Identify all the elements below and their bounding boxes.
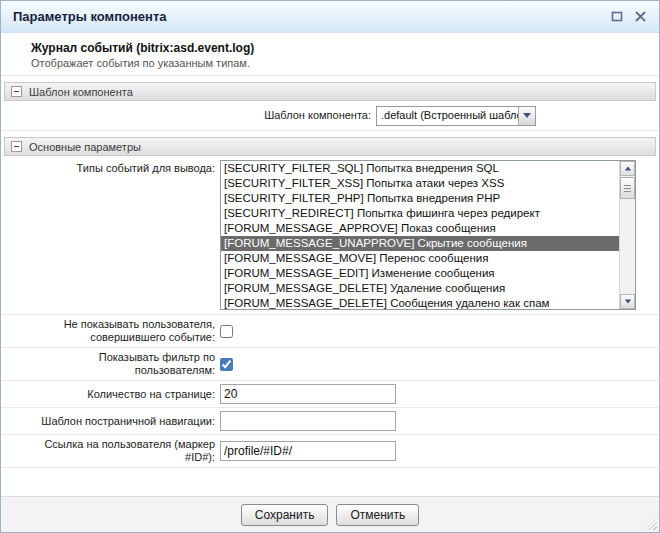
- listbox-option[interactable]: [SECURITY_REDIRECT] Попытка фишинга чере…: [221, 206, 619, 221]
- collapse-icon[interactable]: [11, 141, 22, 152]
- hide-user-label: Не показывать пользователя, совершившего…: [1, 318, 220, 344]
- template-select-row: Шаблон компонента: .default (Встроенный …: [1, 101, 659, 131]
- titlebar: Параметры компонента: [1, 1, 659, 33]
- listbox-scrollbar[interactable]: [619, 161, 635, 309]
- component-parameters-dialog: Параметры компонента Журнал событий (bit…: [0, 0, 660, 533]
- profile-link-label: Ссылка на пользователя (маркер #ID#):: [1, 438, 220, 464]
- listbox-option[interactable]: [FORUM_MESSAGE_UNAPPROVE] Скрытие сообще…: [221, 236, 619, 251]
- nav-template-row: Шаблон постраничной навигации:: [1, 408, 659, 435]
- content-spacer: [1, 468, 659, 496]
- event-types-label: Типы событий для вывода:: [1, 160, 220, 175]
- page-count-row: Количество на странице:: [1, 381, 659, 408]
- page-count-input[interactable]: [220, 384, 396, 404]
- scroll-up-icon: [624, 167, 630, 171]
- profile-link-row: Ссылка на пользователя (маркер #ID#):: [1, 435, 659, 468]
- nav-template-input[interactable]: [220, 411, 396, 431]
- component-header: Журнал событий (bitrix:asd.event.log) От…: [1, 33, 659, 76]
- scroll-up-button[interactable]: [620, 161, 635, 176]
- hide-user-checkbox[interactable]: [220, 325, 233, 338]
- event-types-listbox[interactable]: [SECURITY_FILTER_SQL] Попытка внедрения …: [220, 160, 636, 310]
- resize-grip-icon[interactable]: [645, 518, 657, 530]
- page-count-label: Количество на странице:: [1, 388, 220, 401]
- combo-arrow-button[interactable]: [518, 107, 535, 125]
- component-description: Отображает события по указанным типам.: [31, 57, 649, 69]
- chevron-down-icon: [523, 113, 531, 118]
- show-filter-label: Показывать фильтр по пользователям:: [1, 351, 220, 377]
- listbox-option[interactable]: [FORUM_MESSAGE_DELETE] Удаление сообщени…: [221, 281, 619, 296]
- profile-link-input[interactable]: [220, 441, 396, 461]
- dialog-title: Параметры компонента: [13, 9, 167, 24]
- listbox-options: [SECURITY_FILTER_SQL] Попытка внедрения …: [221, 161, 619, 309]
- template-select[interactable]: .default (Встроенный шаблон): [376, 106, 536, 126]
- section-main-bar: Основные параметры: [4, 137, 656, 156]
- show-filter-row: Показывать фильтр по пользователям:: [1, 348, 659, 381]
- footer: Сохранить Отменить: [1, 496, 659, 532]
- cancel-button[interactable]: Отменить: [336, 504, 419, 526]
- listbox-option[interactable]: [FORUM_MESSAGE_EDIT] Изменение сообщения: [221, 266, 619, 281]
- save-button[interactable]: Сохранить: [241, 504, 329, 526]
- hide-user-row: Не показывать пользователя, совершившего…: [1, 315, 659, 348]
- template-select-value: .default (Встроенный шаблон): [377, 107, 518, 125]
- scrollbar-thumb[interactable]: [620, 177, 635, 199]
- template-select-label: Шаблон компонента:: [1, 109, 376, 122]
- scroll-down-button[interactable]: [620, 294, 635, 309]
- event-types-row: Типы событий для вывода: [SECURITY_FILTE…: [1, 156, 659, 315]
- listbox-option[interactable]: [SECURITY_FILTER_SQL] Попытка внедрения …: [221, 161, 619, 176]
- nav-template-label: Шаблон постраничной навигации:: [1, 415, 220, 428]
- dialog-content: Журнал событий (bitrix:asd.event.log) От…: [1, 33, 659, 496]
- collapse-icon[interactable]: [11, 86, 22, 97]
- section-template-title: Шаблон компонента: [29, 86, 133, 98]
- maximize-icon[interactable]: [611, 10, 624, 23]
- listbox-option[interactable]: [SECURITY_FILTER_PHP] Попытка внедрения …: [221, 191, 619, 206]
- listbox-option[interactable]: [FORUM_MESSAGE_DELETE] Сообщения удалено…: [221, 296, 619, 309]
- section-main-title: Основные параметры: [29, 141, 141, 153]
- component-title: Журнал событий (bitrix:asd.event.log): [31, 41, 649, 55]
- listbox-option[interactable]: [FORUM_MESSAGE_MOVE] Перенос сообщения: [221, 251, 619, 266]
- show-filter-checkbox[interactable]: [220, 358, 233, 371]
- section-template-bar: Шаблон компонента: [4, 82, 656, 101]
- close-icon[interactable]: [634, 10, 647, 23]
- listbox-option[interactable]: [SECURITY_FILTER_XSS] Попытка атаки чере…: [221, 176, 619, 191]
- listbox-option[interactable]: [FORUM_MESSAGE_APPROVE] Показ сообщения: [221, 221, 619, 236]
- scroll-down-icon: [624, 300, 630, 304]
- scrollbar-track[interactable]: [620, 199, 635, 294]
